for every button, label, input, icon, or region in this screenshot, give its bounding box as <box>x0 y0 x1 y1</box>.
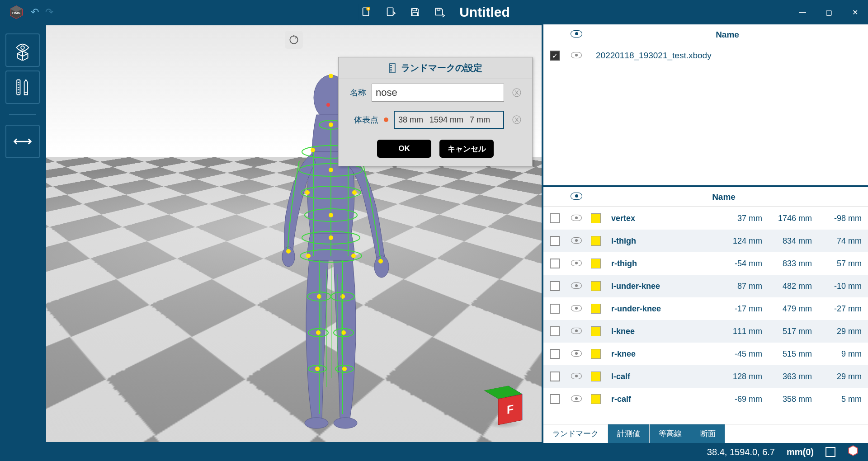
lm-z: 29 mm <box>818 372 868 381</box>
scene-eye-icon[interactable] <box>566 51 587 61</box>
lm-color-swatch[interactable] <box>591 372 601 381</box>
lm-name: r-under-knee <box>605 304 719 314</box>
lm-x: 87 mm <box>719 282 769 291</box>
landmark-list: Name ✓ vertex 37 mm 1746 mm -98 mm✓ l-th… <box>543 187 868 443</box>
lm-z: -10 mm <box>818 282 868 291</box>
3d-viewport[interactable]: R F ランドマークの設定 名称 ⓧ 体表点 38 <box>45 24 542 443</box>
lm-color-swatch[interactable] <box>591 236 601 246</box>
lm-name-header[interactable]: Name <box>587 192 861 202</box>
lm-color-swatch[interactable] <box>591 213 601 223</box>
lm-visibility-header-icon[interactable] <box>571 193 582 200</box>
close-button[interactable]: ✕ <box>842 3 868 21</box>
svg-point-17 <box>374 256 389 278</box>
name-label: 名称 <box>347 87 366 98</box>
lm-eye-icon[interactable] <box>566 372 587 381</box>
lm-color-swatch[interactable] <box>591 281 601 291</box>
lm-checkbox[interactable]: ✓ <box>550 281 560 291</box>
lm-eye-icon[interactable] <box>566 395 587 404</box>
svg-point-14 <box>305 418 328 428</box>
lm-name: vertex <box>605 214 719 223</box>
svg-point-33 <box>329 122 333 127</box>
tool-swap-icon[interactable] <box>5 125 40 158</box>
lm-checkbox[interactable]: ✓ <box>550 326 560 336</box>
lm-name: r-calf <box>605 395 719 404</box>
lm-checkbox[interactable]: ✓ <box>550 259 560 268</box>
save-icon[interactable] <box>407 4 423 20</box>
visibility-header-icon[interactable] <box>571 30 582 38</box>
point-label: 体表点 <box>347 114 378 125</box>
tab-等高線[interactable]: 等高線 <box>650 424 691 443</box>
lm-eye-icon[interactable] <box>566 304 587 314</box>
scene-checkbox[interactable]: ✓ <box>550 51 560 61</box>
undo-icon[interactable]: ↶ <box>31 6 39 18</box>
tab-断面[interactable]: 断面 <box>691 424 725 443</box>
landmark-row[interactable]: ✓ r-calf -69 mm 358 mm 5 mm <box>543 388 868 410</box>
tab-ランドマーク[interactable]: ランドマーク <box>543 424 608 443</box>
lm-eye-icon[interactable] <box>566 236 587 246</box>
lm-y: 482 mm <box>769 282 818 291</box>
lm-z: 29 mm <box>818 327 868 336</box>
lm-eye-icon[interactable] <box>566 282 587 291</box>
landmark-row[interactable]: ✓ r-thigh -54 mm 833 mm 57 mm <box>543 252 868 275</box>
lm-checkbox[interactable]: ✓ <box>550 236 560 246</box>
lm-color-swatch[interactable] <box>591 326 601 336</box>
scene-name-header[interactable]: Name <box>587 30 868 40</box>
lm-x: 37 mm <box>719 214 769 223</box>
tool-measure-icon[interactable] <box>5 71 40 104</box>
save-as-icon[interactable] <box>431 4 448 20</box>
new-doc-icon[interactable] <box>358 4 374 20</box>
lm-checkbox[interactable]: ✓ <box>550 372 560 381</box>
clear-coord-icon[interactable]: ⓧ <box>509 114 524 126</box>
status-hex-icon[interactable] <box>847 445 859 459</box>
landmark-row[interactable]: ✓ r-knee -45 mm 515 mm 9 mm <box>543 343 868 365</box>
lm-eye-icon[interactable] <box>566 327 587 336</box>
lm-x: -69 mm <box>719 395 769 404</box>
lm-color-swatch[interactable] <box>591 259 601 268</box>
panel-title: ランドマークの設定 <box>401 62 482 74</box>
lm-color-swatch[interactable] <box>591 349 601 359</box>
lm-eye-icon[interactable] <box>566 214 587 223</box>
lm-checkbox[interactable]: ✓ <box>550 304 560 314</box>
landmark-row[interactable]: ✓ l-thigh 124 mm 834 mm 74 mm <box>543 230 868 252</box>
tab-計測値[interactable]: 計測値 <box>608 424 650 443</box>
cancel-button[interactable]: キャンセル <box>439 140 494 158</box>
lm-x: 124 mm <box>719 236 769 246</box>
svg-rect-56 <box>390 64 395 73</box>
clear-name-icon[interactable]: ⓧ <box>509 87 524 99</box>
status-rect-icon[interactable] <box>826 447 835 457</box>
landmark-row[interactable]: ✓ r-under-knee -17 mm 479 mm -27 mm <box>543 297 868 320</box>
svg-point-39 <box>329 213 333 217</box>
lm-name: l-calf <box>605 372 719 381</box>
landmark-row[interactable]: ✓ l-under-knee 87 mm 482 mm -10 mm <box>543 275 868 297</box>
coord-display[interactable]: 38 mm 1594 mm 7 mm <box>394 111 504 129</box>
lm-color-swatch[interactable] <box>591 304 601 314</box>
lm-z: 5 mm <box>818 395 868 404</box>
svg-point-15 <box>334 418 357 428</box>
landmark-row[interactable]: ✓ l-knee 111 mm 517 mm 29 mm <box>543 320 868 343</box>
landmark-row[interactable]: ✓ l-calf 128 mm 363 mm 29 mm <box>543 365 868 388</box>
landmark-row[interactable]: ✓ vertex 37 mm 1746 mm -98 mm <box>543 207 868 230</box>
ok-button[interactable]: OK <box>377 140 431 158</box>
tool-view-icon[interactable] <box>5 33 40 67</box>
minimize-button[interactable]: — <box>789 3 816 21</box>
svg-text:HMS: HMS <box>12 11 21 15</box>
lm-color-swatch[interactable] <box>591 394 601 404</box>
lm-z: 57 mm <box>818 259 868 268</box>
reset-view-icon[interactable] <box>285 31 303 49</box>
scene-row[interactable]: ✓ 20220118_193021_test.xbody <box>543 45 868 66</box>
lm-eye-icon[interactable] <box>566 259 587 268</box>
lm-name: l-thigh <box>605 236 719 246</box>
svg-point-38 <box>352 190 357 195</box>
svg-point-41 <box>306 254 311 258</box>
maximize-button[interactable]: ▢ <box>816 3 842 21</box>
open-doc-icon[interactable] <box>382 4 399 20</box>
tool-sidebar <box>0 24 45 443</box>
lm-eye-icon[interactable] <box>566 349 587 359</box>
redo-icon[interactable]: ↷ <box>45 6 53 18</box>
lm-name: l-knee <box>605 327 719 336</box>
lm-checkbox[interactable]: ✓ <box>550 213 560 223</box>
lm-checkbox[interactable]: ✓ <box>550 394 560 404</box>
name-input[interactable] <box>372 84 504 102</box>
lm-checkbox[interactable]: ✓ <box>550 349 560 359</box>
orientation-cube[interactable]: R F <box>483 388 524 428</box>
